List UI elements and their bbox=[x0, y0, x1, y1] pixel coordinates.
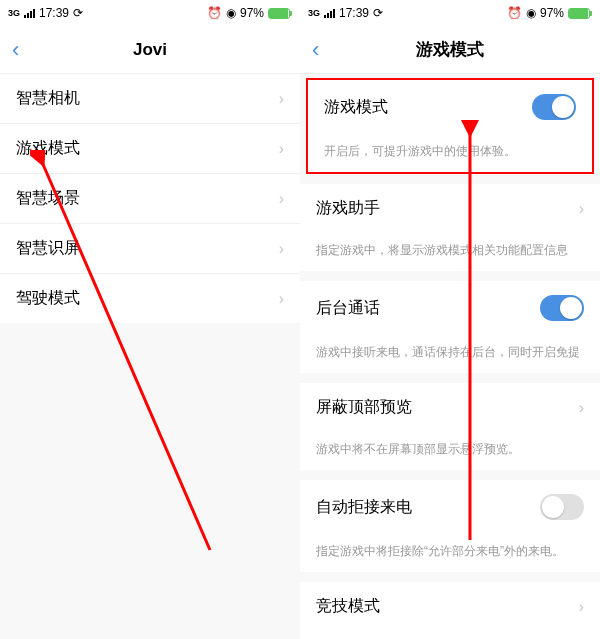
status-time: 17:39 bbox=[39, 6, 69, 20]
row-label: 智慧相机 bbox=[16, 88, 80, 109]
row-smart-camera[interactable]: 智慧相机 › bbox=[0, 74, 300, 123]
row-label: 游戏助手 bbox=[316, 198, 380, 219]
wifi-icon: ◉ bbox=[526, 6, 536, 20]
row-desc: 开启后，可提升游戏中的使用体验。 bbox=[308, 134, 592, 172]
chevron-right-icon: › bbox=[279, 240, 284, 258]
toggle-switch[interactable] bbox=[540, 295, 584, 321]
page-title: 游戏模式 bbox=[416, 38, 484, 61]
row-desc: 游戏运行时，系统将智能分配更多的资源给游戏，提升竞技体验。 bbox=[300, 631, 600, 639]
alarm-icon: ⏰ bbox=[207, 6, 222, 20]
toggle-switch[interactable] bbox=[540, 494, 584, 520]
battery-icon bbox=[568, 8, 592, 19]
nav-bar: ‹ 游戏模式 bbox=[300, 26, 600, 74]
row-desc: 指定游戏中，将显示游戏模式相关功能配置信息 bbox=[300, 233, 600, 271]
chevron-right-icon: › bbox=[279, 190, 284, 208]
back-button[interactable]: ‹ bbox=[312, 37, 319, 63]
row-background-call[interactable]: 后台通话 bbox=[300, 281, 600, 335]
status-time: 17:39 bbox=[339, 6, 369, 20]
row-label: 驾驶模式 bbox=[16, 288, 80, 309]
row-block-preview[interactable]: 屏蔽顶部预览 › bbox=[300, 383, 600, 432]
row-game-mode-toggle[interactable]: 游戏模式 bbox=[308, 80, 592, 134]
battery-pct: 97% bbox=[540, 6, 564, 20]
chevron-right-icon: › bbox=[579, 399, 584, 417]
chevron-right-icon: › bbox=[579, 200, 584, 218]
row-desc: 游戏中接听来电，通话保持在后台，同时开启免提 bbox=[300, 335, 600, 373]
toggle-switch[interactable] bbox=[532, 94, 576, 120]
back-button[interactable]: ‹ bbox=[12, 37, 19, 63]
screen-game-mode: 3G 17:39 ⟳ ⏰ ◉ 97% ‹ 游戏模式 游戏模式 开启后， bbox=[300, 0, 600, 639]
battery-pct: 97% bbox=[240, 6, 264, 20]
row-label: 自动拒接来电 bbox=[316, 497, 412, 518]
signal-icon bbox=[324, 9, 335, 18]
row-desc: 游戏中将不在屏幕顶部显示悬浮预览。 bbox=[300, 432, 600, 470]
sync-icon: ⟳ bbox=[73, 6, 83, 20]
signal-icon bbox=[24, 9, 35, 18]
row-label: 游戏模式 bbox=[16, 138, 80, 159]
battery-icon bbox=[268, 8, 292, 19]
network-type: 3G bbox=[8, 8, 20, 18]
status-bar: 3G 17:39 ⟳ ⏰ ◉ 97% bbox=[300, 0, 600, 26]
row-label: 智慧识屏 bbox=[16, 238, 80, 259]
row-label: 竞技模式 bbox=[316, 596, 380, 617]
row-auto-reject-call[interactable]: 自动拒接来电 bbox=[300, 480, 600, 534]
row-label: 后台通话 bbox=[316, 298, 380, 319]
alarm-icon: ⏰ bbox=[507, 6, 522, 20]
chevron-right-icon: › bbox=[279, 290, 284, 308]
sync-icon: ⟳ bbox=[373, 6, 383, 20]
row-label: 游戏模式 bbox=[324, 97, 388, 118]
highlight-box: 游戏模式 开启后，可提升游戏中的使用体验。 bbox=[306, 78, 594, 174]
row-competitive-mode[interactable]: 竞技模式 › bbox=[300, 582, 600, 631]
wifi-icon: ◉ bbox=[226, 6, 236, 20]
row-game-assistant[interactable]: 游戏助手 › bbox=[300, 184, 600, 233]
chevron-right-icon: › bbox=[279, 140, 284, 158]
network-type: 3G bbox=[308, 8, 320, 18]
row-label: 智慧场景 bbox=[16, 188, 80, 209]
nav-bar: ‹ Jovi bbox=[0, 26, 300, 74]
chevron-right-icon: › bbox=[579, 598, 584, 616]
screen-jovi: 3G 17:39 ⟳ ⏰ ◉ 97% ‹ Jovi 智慧相机 › 游戏模式 bbox=[0, 0, 300, 639]
row-smart-screen[interactable]: 智慧识屏 › bbox=[0, 223, 300, 273]
chevron-right-icon: › bbox=[279, 90, 284, 108]
page-title: Jovi bbox=[133, 40, 167, 60]
row-game-mode[interactable]: 游戏模式 › bbox=[0, 123, 300, 173]
row-smart-scene[interactable]: 智慧场景 › bbox=[0, 173, 300, 223]
row-desc: 指定游戏中将拒接除“允许部分来电”外的来电。 bbox=[300, 534, 600, 572]
status-bar: 3G 17:39 ⟳ ⏰ ◉ 97% bbox=[0, 0, 300, 26]
row-label: 屏蔽顶部预览 bbox=[316, 397, 412, 418]
row-driving-mode[interactable]: 驾驶模式 › bbox=[0, 273, 300, 323]
